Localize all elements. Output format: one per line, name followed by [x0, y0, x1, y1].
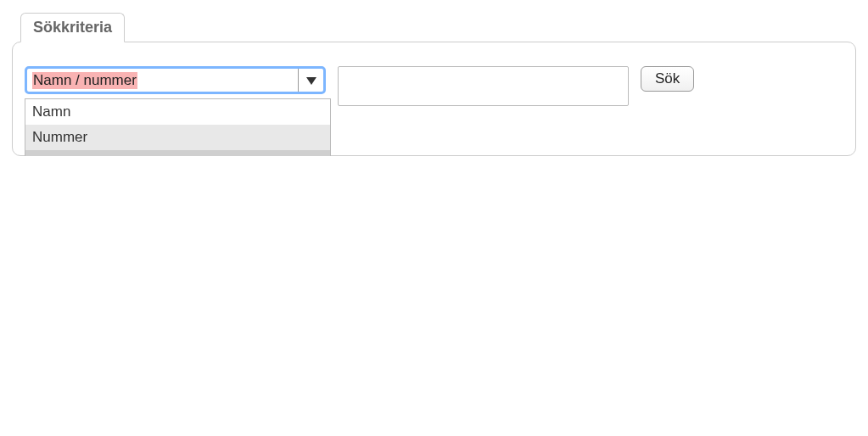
criteria-dropdown[interactable]: Namn Nummer Namn / nummer Företag Organi… — [25, 98, 331, 156]
search-button[interactable]: Sök — [641, 66, 694, 92]
search-text-input[interactable] — [338, 66, 629, 106]
criteria-combo[interactable]: Namn / nummer Namn Nummer Namn / nummer … — [25, 66, 326, 94]
dropdown-item[interactable]: Namn — [25, 99, 330, 125]
criteria-combo-trigger[interactable] — [298, 69, 323, 92]
tab-label: Sökkriteria — [33, 19, 112, 36]
dropdown-item[interactable]: Namn / nummer — [25, 150, 330, 156]
dropdown-item[interactable]: Nummer — [25, 125, 330, 150]
criteria-combo-text-wrap: Namn / nummer — [27, 69, 298, 92]
tab-search-criteria[interactable]: Sökkriteria — [20, 13, 125, 42]
svg-marker-0 — [306, 77, 316, 85]
chevron-down-icon — [306, 72, 316, 89]
search-button-label: Sök — [655, 70, 680, 87]
criteria-combo-input[interactable]: Namn / nummer — [25, 66, 326, 94]
tab-strip: Sökkriteria Namn / nummer Namn Numme — [12, 12, 856, 156]
criteria-combo-value: Namn / nummer — [32, 72, 137, 89]
search-criteria-panel: Namn / nummer Namn Nummer Namn / nummer … — [12, 42, 856, 156]
search-row: Namn / nummer Namn Nummer Namn / nummer … — [25, 66, 843, 106]
